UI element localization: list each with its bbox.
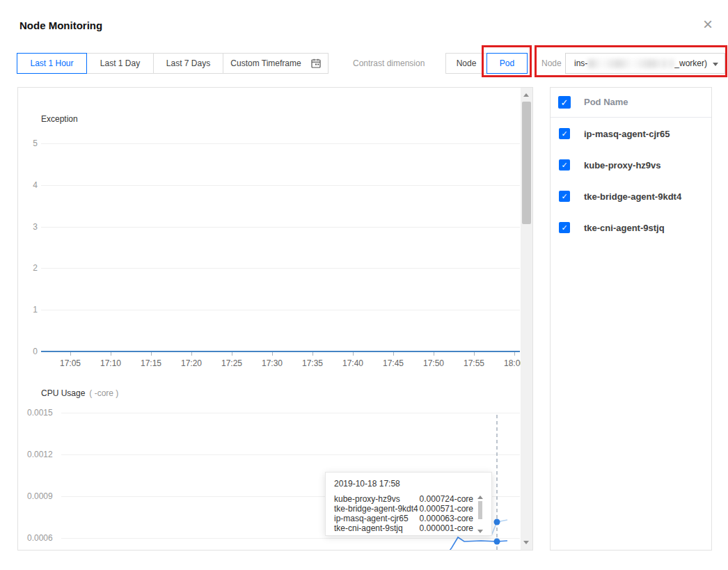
tooltip-row: tke-cni-agent-9stjq 0.000001-core [334,523,473,533]
chevron-down-icon [713,63,718,66]
tooltip-pod-name: kube-proxy-hz9vs [334,494,400,504]
time-range-last-1-day[interactable]: Last 1 Day [86,53,154,74]
scroll-thumb[interactable] [478,501,482,519]
node-select-dropdown[interactable]: ins- _worker) [565,53,725,74]
check-icon: ✓ [561,192,567,201]
contrast-dimension-label: Contrast dimension [353,53,425,74]
time-range-group: Last 1 Hour Last 1 Day Last 7 Days Custo… [17,53,329,74]
hover-point-dot [494,519,500,525]
dimension-node-button[interactable]: Node [445,53,487,74]
scroll-down-icon[interactable] [523,541,529,544]
dimension-pod-button[interactable]: Pod [486,53,528,74]
pod-list-header: ✓ Pod Name [551,88,711,117]
pod-checkbox[interactable]: ✓ [559,222,570,233]
pod-row: ✓ ip-masq-agent-cjr65 [551,118,711,150]
pod-name-label: ip-masq-agent-cjr65 [584,129,670,139]
pod-name-header: Pod Name [584,97,628,107]
tooltip-scrollbar[interactable] [476,494,484,533]
tooltip-pod-name: tke-cni-agent-9stjq [334,523,403,533]
custom-timeframe-label: Custom Timeframe [230,58,301,68]
time-range-last-1-hour[interactable]: Last 1 Hour [17,53,87,74]
chart-tooltip: 2019-10-18 17:58 kube-proxy-hz9vs 0.0007… [325,472,492,536]
tooltip-timestamp: 2019-10-18 17:58 [334,479,484,489]
check-icon: ✓ [561,161,567,170]
time-range-last-7-days[interactable]: Last 7 Days [153,53,223,74]
scroll-up-icon[interactable] [523,93,529,97]
pod-name-label: tke-cni-agent-9stjq [584,223,665,233]
charts-panel[interactable]: Exception 5 4 3 2 1 0 17:05 17:10 17:15 … [17,87,533,551]
tooltip-pod-value: 0.000571-core [420,504,473,514]
node-monitoring-dialog: Node Monitoring × Last 1 Hour Last 1 Day… [0,0,728,570]
tooltip-pod-value: 0.000001-core [420,523,473,533]
redacted-node-id [588,59,656,68]
pod-row: ✓ kube-proxy-hz9vs [551,150,711,181]
check-icon: ✓ [561,223,567,232]
check-icon: ✓ [561,129,567,138]
scroll-thumb[interactable] [522,102,531,224]
tooltip-pod-value: 0.000724-core [420,494,473,504]
select-all-checkbox[interactable]: ✓ [558,96,571,109]
node-selector-label: Node [541,53,562,74]
tooltip-pod-name: ip-masq-agent-cjr65 [334,514,409,523]
tooltip-row: tke-bridge-agent-9kdt4 0.000571-core [334,504,473,514]
node-value-suffix: _worker) [674,58,707,68]
node-value-prefix: ins- [574,58,587,68]
pod-checkbox[interactable]: ✓ [559,191,570,202]
tooltip-pod-name: tke-bridge-agent-9kdt4 [334,504,418,514]
pod-row: ✓ tke-bridge-agent-9kdt4 [551,181,711,212]
tooltip-row: kube-proxy-hz9vs 0.000724-core [334,494,473,504]
scroll-down-icon[interactable] [477,530,483,533]
tooltip-pod-value: 0.000063-core [420,514,473,523]
calendar-icon [311,58,321,68]
page-title: Node Monitoring [19,19,102,31]
pod-checkbox[interactable]: ✓ [559,128,570,139]
check-icon: ✓ [561,97,569,108]
chart-panel-scrollbar[interactable] [521,88,532,550]
pod-name-label: tke-bridge-agent-9kdt4 [584,191,681,202]
scroll-up-icon[interactable] [477,496,483,499]
redacted-node-id-2 [657,59,674,68]
divider [551,117,711,118]
tooltip-row: ip-masq-agent-cjr65 0.000063-core [334,514,473,523]
dimension-group: Node Pod [445,53,528,74]
pod-row: ✓ tke-cni-agent-9stjq [551,212,711,244]
pod-list-panel: ✓ Pod Name ✓ ip-masq-agent-cjr65 ✓ kube-… [550,87,712,551]
pod-checkbox[interactable]: ✓ [559,159,570,171]
time-range-custom[interactable]: Custom Timeframe [223,53,329,74]
hover-point-dot [494,539,500,545]
pod-name-label: kube-proxy-hz9vs [584,160,661,171]
close-icon[interactable]: × [699,15,717,33]
